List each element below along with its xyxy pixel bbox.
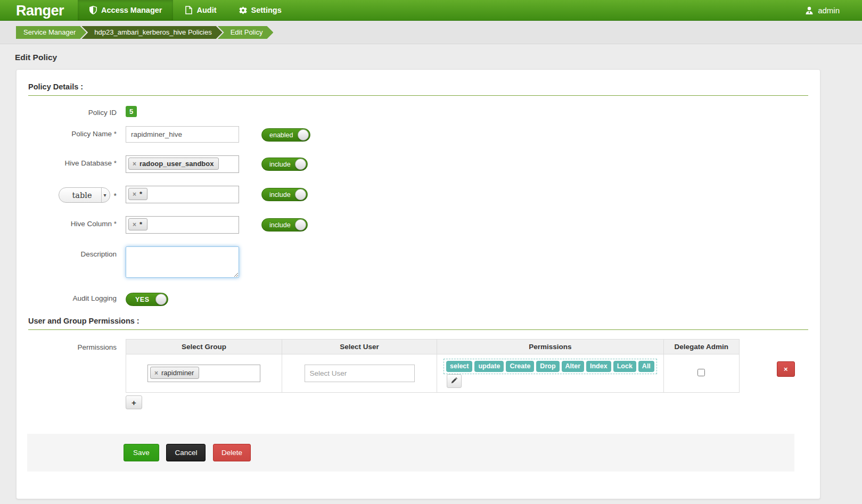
- description-row: Description: [28, 246, 808, 278]
- table-row: table ▾ * × * include: [28, 186, 808, 203]
- hive-database-include-label: include: [263, 161, 295, 168]
- hive-database-label: Hive Database *: [28, 155, 126, 167]
- hive-column-chip: × *: [128, 218, 147, 230]
- breadcrumb-policies[interactable]: hdp23_ambari_kerberos_hive Policies: [81, 26, 222, 39]
- header-permissions: Permissions: [437, 340, 664, 354]
- table-type-select[interactable]: table ▾: [59, 187, 110, 203]
- nav-access-manager[interactable]: Access Manager: [78, 0, 173, 20]
- chevron-down-icon: ▾: [101, 188, 110, 202]
- nav-access-manager-label: Access Manager: [101, 6, 162, 14]
- perm-badge-index[interactable]: Index: [586, 361, 611, 372]
- description-label: Description: [28, 246, 126, 258]
- hive-table-include-toggle[interactable]: include: [261, 188, 308, 201]
- chip-remove-icon[interactable]: ×: [133, 191, 136, 197]
- hive-column-input[interactable]: × *: [126, 216, 239, 234]
- header-select-group: Select Group: [126, 340, 282, 354]
- chip-remove-icon[interactable]: ×: [133, 221, 136, 228]
- chip-remove-icon[interactable]: ×: [133, 161, 136, 167]
- user-group-permissions-heading: User and Group Permissions :: [28, 317, 808, 330]
- audit-logging-label: Audit Logging: [28, 291, 126, 302]
- perm-badge-create[interactable]: Create: [506, 361, 534, 372]
- hive-table-input[interactable]: × *: [126, 186, 239, 203]
- shield-icon: [89, 6, 97, 14]
- perm-badge-update[interactable]: update: [474, 361, 504, 372]
- description-textarea[interactable]: [126, 246, 239, 278]
- toggle-knob: [298, 129, 309, 141]
- remove-permission-row-button[interactable]: ×: [777, 361, 795, 377]
- nav-audit[interactable]: Audit: [173, 0, 227, 20]
- group-chip-label: rapidminer: [161, 369, 194, 377]
- hive-database-row: Hive Database * × radoop_user_sandbox in…: [28, 155, 808, 173]
- page-title: Edit Policy: [15, 53, 862, 62]
- hive-column-include-toggle[interactable]: include: [261, 218, 308, 232]
- chip-remove-icon[interactable]: ×: [154, 370, 158, 376]
- nav-settings-label: Settings: [251, 6, 282, 14]
- header-select-user: Select User: [282, 340, 437, 354]
- form-actions-bar: Save Cancel Delete: [27, 434, 794, 472]
- policy-name-label: Policy Name *: [28, 126, 126, 138]
- hive-database-chip: × radoop_user_sandbox: [128, 158, 219, 170]
- nav-audit-label: Audit: [196, 6, 216, 14]
- document-icon: [184, 6, 193, 14]
- required-asterisk: *: [114, 191, 117, 200]
- perm-badge-all[interactable]: All: [638, 361, 654, 372]
- policy-id-label: Policy ID: [28, 105, 126, 117]
- hive-database-input[interactable]: × radoop_user_sandbox: [126, 155, 239, 173]
- hive-column-include-label: include: [263, 221, 295, 229]
- hive-table-chip-label: *: [139, 190, 142, 198]
- policy-id-badge: 5: [126, 106, 137, 117]
- select-user-input[interactable]: [305, 365, 415, 382]
- gear-icon: [239, 6, 248, 14]
- breadcrumb-service-manager[interactable]: Service Manager: [16, 26, 86, 39]
- perm-badge-lock[interactable]: Lock: [613, 361, 636, 372]
- nav-settings[interactable]: Settings: [228, 0, 293, 20]
- permissions-table: Select Group Select User Permissions Del…: [126, 339, 740, 393]
- toggle-knob: [155, 294, 167, 305]
- perm-badge-alter[interactable]: Alter: [562, 361, 584, 372]
- table-select-wrap: table ▾ *: [28, 186, 126, 203]
- ranger-logo[interactable]: Ranger: [0, 0, 78, 20]
- delete-button[interactable]: Delete: [213, 444, 251, 461]
- toggle-knob: [295, 159, 306, 170]
- policy-details-heading: Policy Details :: [28, 82, 808, 96]
- hive-column-chip-label: *: [139, 220, 142, 228]
- audit-logging-toggle-label: YES: [127, 296, 154, 303]
- add-permission-row-button[interactable]: +: [126, 395, 142, 409]
- perm-badge-drop[interactable]: Drop: [536, 361, 559, 372]
- audit-logging-row: Audit Logging YES: [28, 291, 808, 306]
- policy-enabled-toggle[interactable]: enabled: [261, 128, 310, 142]
- nav-user-label: admin: [818, 6, 840, 15]
- toggle-knob: [295, 189, 306, 200]
- toggle-knob: [295, 219, 306, 230]
- hive-table-chip: × *: [128, 188, 147, 200]
- save-button[interactable]: Save: [124, 444, 159, 461]
- perm-badge-select[interactable]: select: [446, 361, 472, 372]
- policy-id-row: Policy ID 5: [28, 105, 808, 117]
- permission-badges: select update Create Drop Alter Index Lo…: [444, 359, 657, 374]
- user-icon: [805, 6, 814, 14]
- policy-name-row: Policy Name * enabled: [28, 126, 808, 143]
- edit-permissions-button[interactable]: [447, 374, 462, 388]
- top-navbar: Ranger Access Manager Audit Settings adm…: [0, 0, 862, 21]
- policy-name-input[interactable]: [126, 126, 239, 143]
- table-type-select-value: table: [59, 191, 101, 200]
- breadcrumb: Service Managerhdp23_ambari_kerberos_hiv…: [0, 21, 862, 44]
- group-chip: × rapidminer: [150, 367, 199, 379]
- edit-policy-panel: Policy Details : Policy ID 5 Policy Name…: [16, 69, 820, 499]
- header-delegate-admin: Delegate Admin: [663, 340, 739, 354]
- hive-database-include-toggle[interactable]: include: [261, 158, 308, 171]
- permissions-row: Permissions Select Group Select User Per…: [28, 339, 808, 409]
- permissions-table-row: × rapidminer select: [126, 354, 740, 393]
- audit-logging-toggle[interactable]: YES: [126, 293, 168, 306]
- hive-column-label: Hive Column *: [28, 216, 126, 228]
- pencil-icon: [451, 377, 457, 385]
- permissions-label: Permissions: [28, 339, 126, 351]
- nav-user-menu[interactable]: admin: [805, 0, 862, 20]
- cancel-button[interactable]: Cancel: [166, 444, 206, 461]
- select-group-input[interactable]: × rapidminer: [147, 365, 260, 382]
- breadcrumb-edit-policy[interactable]: Edit Policy: [218, 26, 274, 39]
- delegate-admin-checkbox[interactable]: [697, 369, 705, 376]
- hive-table-include-label: include: [263, 191, 295, 199]
- hive-column-row: Hive Column * × * include: [28, 216, 808, 234]
- policy-enabled-toggle-label: enabled: [263, 131, 298, 139]
